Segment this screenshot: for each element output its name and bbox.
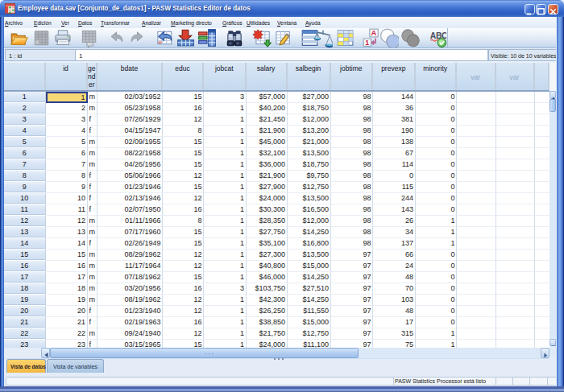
svg-text:1: 1 xyxy=(365,39,369,47)
svg-text:A: A xyxy=(371,29,377,37)
